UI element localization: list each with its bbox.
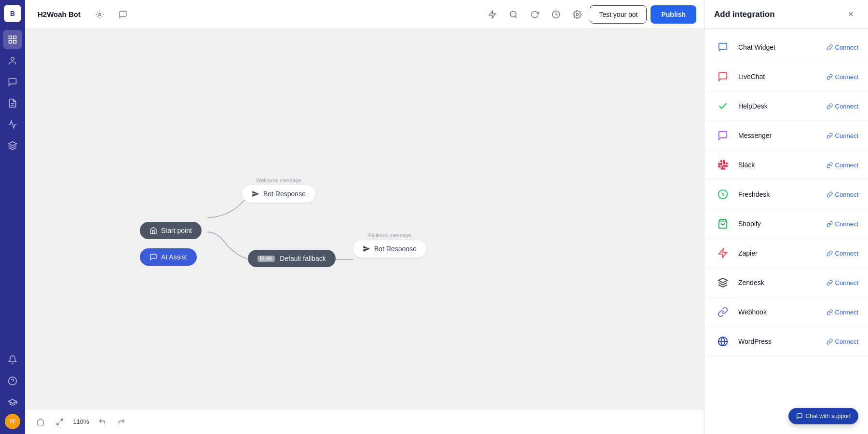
wordpress-name: WordPress [738, 338, 820, 345]
svg-rect-17 [719, 43, 727, 50]
bot-response-1-node[interactable]: Bot Response [242, 185, 315, 203]
slack-icon [714, 156, 732, 174]
chat-support-bubble[interactable]: Chat with support [788, 408, 858, 424]
flow-settings-button[interactable] [91, 6, 108, 23]
helpdesk-connect-button[interactable]: Connect [827, 103, 858, 110]
bot-response-1-text: Bot Response [263, 190, 306, 198]
chat-support-label: Chat with support [806, 413, 851, 420]
default-fallback-group: ELSE Default fallback [248, 250, 336, 267]
panel-title: Add integration [714, 10, 843, 19]
zoom-level: 110% [71, 418, 91, 425]
settings-button[interactable] [569, 6, 586, 23]
sidebar-item-help[interactable] [3, 371, 22, 391]
livechat-connect-button[interactable]: Connect [827, 73, 858, 81]
zendesk-connect-button[interactable]: Connect [827, 279, 858, 286]
svg-point-11 [511, 11, 516, 17]
fallback-message-group: Fallback message Bot Response [353, 232, 426, 258]
panel-close-button[interactable]: × [843, 7, 858, 22]
sidebar-item-automation[interactable] [3, 136, 22, 155]
freshdesk-name: Freshdesk [738, 190, 820, 198]
freshdesk-connect-button[interactable]: Connect [827, 191, 858, 198]
redo-button[interactable] [114, 414, 129, 430]
integration-item-chat-widget: Chat Widget Connect [705, 33, 868, 62]
zapier-connect-button[interactable]: Connect [827, 250, 858, 257]
integration-item-freshdesk: Freshdesk Connect [705, 180, 868, 209]
svg-point-14 [576, 13, 579, 15]
integration-item-shopify: Shopify Connect [705, 209, 868, 239]
ai-assist-label[interactable]: AI Assist [140, 248, 197, 266]
integration-item-messenger: Messenger Connect [705, 121, 868, 150]
svg-point-4 [11, 57, 14, 61]
wordpress-icon [714, 333, 732, 350]
zendesk-name: Zendesk [738, 279, 820, 286]
integration-item-slack: Slack Connect [705, 150, 868, 180]
else-tag: ELSE [258, 256, 275, 262]
fallback-message-label: Fallback message [353, 232, 426, 238]
topbar: H2Woah Bot Test your bot Publ [25, 0, 704, 29]
livechat-icon [714, 68, 732, 85]
bot-response-2-text: Bot Response [374, 245, 417, 253]
chat-widget-connect-button[interactable]: Connect [827, 44, 858, 51]
svg-rect-1 [14, 36, 16, 39]
refresh-button[interactable] [526, 6, 543, 23]
integration-item-livechat: LiveChat Connect [705, 62, 868, 92]
ai-assist-node[interactable]: AI Assist [140, 248, 197, 266]
topbar-right: Test your bot Publish [484, 5, 696, 24]
svg-rect-2 [9, 41, 12, 43]
helpdesk-icon [714, 97, 732, 115]
flash-icon-button[interactable] [484, 6, 501, 23]
flow-connector-svg [25, 29, 704, 409]
bottombar: 110% [25, 409, 704, 434]
sidebar-item-campaigns[interactable] [3, 94, 22, 113]
sidebar-item-contacts[interactable] [3, 51, 22, 70]
logo-text: B [10, 10, 15, 17]
history-button[interactable] [547, 6, 565, 23]
slack-connect-button[interactable]: Connect [827, 162, 858, 169]
default-fallback-node[interactable]: ELSE Default fallback [248, 250, 336, 267]
avatar-initials: TF [9, 419, 15, 424]
panel-header: Add integration × [705, 0, 868, 29]
sidebar-item-academy[interactable] [3, 393, 22, 412]
messenger-connect-button[interactable]: Connect [827, 132, 858, 139]
start-point-text: Start point [161, 227, 192, 234]
expand-button[interactable] [52, 414, 68, 430]
webhook-name: Webhook [738, 308, 820, 316]
zapier-icon [714, 244, 732, 262]
webhook-connect-button[interactable]: Connect [827, 309, 858, 316]
start-point-label[interactable]: Start point [140, 222, 202, 239]
bot-name-label: H2Woah Bot [33, 7, 85, 21]
wordpress-connect-button[interactable]: Connect [827, 338, 858, 345]
shopify-connect-button[interactable]: Connect [827, 220, 858, 228]
chat-widget-name: Chat Widget [738, 43, 820, 51]
default-fallback-text: Default fallback [280, 255, 326, 262]
left-sidebar: B TF [0, 0, 25, 434]
svg-line-15 [60, 419, 63, 421]
welcome-message-label: Welcome message [242, 177, 315, 183]
integration-item-helpdesk: HelpDesk Connect [705, 92, 868, 121]
zendesk-icon [714, 274, 732, 291]
sidebar-bottom: TF [3, 350, 22, 429]
welcome-message-group: Welcome message Bot Response [242, 177, 315, 203]
home-button[interactable] [33, 414, 48, 430]
sidebar-item-analytics[interactable] [3, 115, 22, 134]
webhook-icon [714, 303, 732, 321]
bot-response-2-node[interactable]: Bot Response [353, 240, 426, 258]
chat-widget-icon [714, 39, 732, 56]
sidebar-item-dashboard[interactable] [3, 30, 22, 49]
search-button[interactable] [505, 6, 522, 23]
shopify-name: Shopify [738, 220, 820, 228]
undo-button[interactable] [95, 414, 110, 430]
messenger-icon [714, 127, 732, 144]
avatar[interactable]: TF [5, 414, 20, 429]
test-bot-button[interactable]: Test your bot [590, 5, 647, 24]
integration-list: Chat Widget ConnectLiveChat ConnectHelpD… [705, 29, 868, 434]
svg-marker-21 [719, 249, 727, 258]
chat-button[interactable] [114, 6, 132, 23]
svg-line-12 [515, 16, 517, 17]
ai-assist-text: AI Assist [161, 253, 187, 261]
sidebar-item-conversations[interactable] [3, 72, 22, 92]
start-point-node[interactable]: Start point [140, 222, 202, 239]
sidebar-item-notifications[interactable] [3, 350, 22, 369]
publish-button[interactable]: Publish [651, 5, 696, 24]
integration-item-wordpress: WordPress Connect [705, 327, 868, 356]
